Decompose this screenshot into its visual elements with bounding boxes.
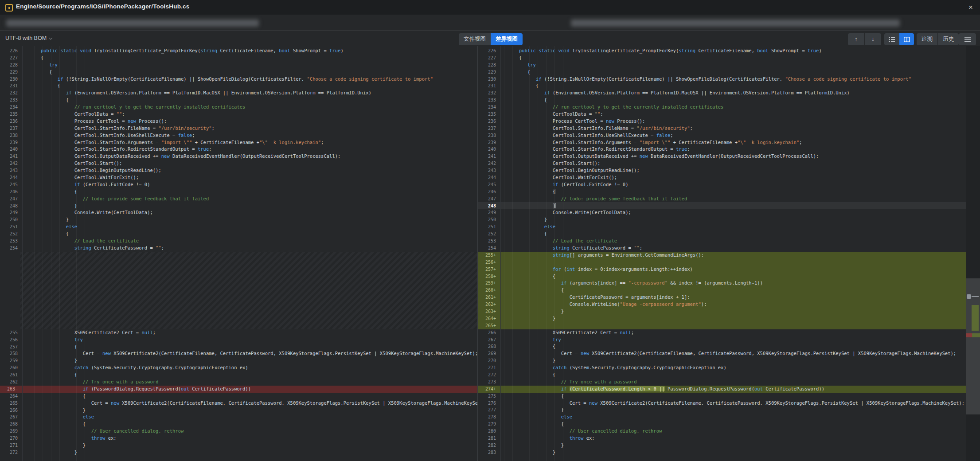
code-line[interactable]: 268 { <box>0 421 477 428</box>
code-line[interactable]: 244 CertTool.WaitForExit(); <box>478 174 966 181</box>
code-line[interactable]: 228 try <box>478 62 966 69</box>
history-button[interactable]: 历史 <box>937 33 959 45</box>
code-line[interactable]: 257 { <box>0 344 477 351</box>
code-line[interactable]: 272 { <box>478 371 966 379</box>
code-line[interactable]: 245 if (CertTool.ExitCode != 0) <box>478 181 966 188</box>
code-line[interactable]: 263− if (PasswordDialog.RequestPassword(… <box>0 386 477 393</box>
code-line[interactable]: 239 CertTool.StartInfo.Arguments = "impo… <box>0 139 477 146</box>
code-line[interactable]: 248 } <box>0 203 477 210</box>
prev-diff-button[interactable]: ↑ <box>848 33 864 45</box>
code-line[interactable]: 253 // Load the certificate <box>0 238 477 245</box>
code-line[interactable]: 276 Cert = new X509Certificate2(Certific… <box>478 400 966 407</box>
code-line[interactable]: 239 CertTool.StartInfo.Arguments = "impo… <box>478 139 966 146</box>
code-line[interactable]: 245 if (CertTool.ExitCode != 0) <box>0 181 477 188</box>
code-line[interactable]: 242 CertTool.Start(); <box>478 160 966 167</box>
code-line[interactable]: 253 // Load the certificate <box>478 238 966 245</box>
code-line[interactable]: 231 { <box>0 82 477 90</box>
code-line[interactable]: 246 { <box>0 188 477 195</box>
code-line[interactable]: 226 public static void TryInstallingCert… <box>478 47 966 55</box>
code-line[interactable]: 250 } <box>0 216 477 223</box>
code-line[interactable]: 249 Console.Write(CertToolData); <box>478 209 966 216</box>
code-line[interactable]: 235 CertToolData = ""; <box>478 111 966 118</box>
code-line[interactable]: 243 CertTool.BeginOutputReadLine(); <box>0 167 477 174</box>
code-line[interactable]: 247 // todo: provide some feedback that … <box>0 195 477 203</box>
code-line[interactable]: 271 } <box>0 442 477 449</box>
blame-button[interactable]: 追溯 <box>917 33 937 45</box>
code-line[interactable]: 281 throw ex; <box>478 435 966 442</box>
code-line[interactable]: 263+ } <box>478 308 966 315</box>
code-line[interactable]: 228 try <box>0 62 477 69</box>
code-line[interactable]: 257+ for (int index = 0;index<arguments.… <box>478 266 966 273</box>
code-line[interactable]: 240 CertTool.StartInfo.RedirectStandardO… <box>0 146 477 153</box>
code-line[interactable]: 261 { <box>0 371 477 379</box>
scrollbar-minimap[interactable] <box>966 46 980 461</box>
code-line[interactable]: 252 { <box>0 230 477 238</box>
next-diff-button[interactable]: ↓ <box>864 33 881 45</box>
code-line[interactable]: 256 try <box>0 336 477 344</box>
code-line[interactable]: 261+ CertificatePassword = arguments[ind… <box>478 294 966 301</box>
code-line[interactable]: 231 { <box>478 82 966 90</box>
code-line[interactable]: 255 X509Certificate2 Cert = null; <box>0 329 477 336</box>
code-line[interactable]: 238 CertTool.StartInfo.UseShellExecute =… <box>0 132 477 139</box>
code-line[interactable]: 234 // run certtool y to get the current… <box>478 104 966 111</box>
code-line[interactable]: 267 else <box>0 414 477 421</box>
code-line[interactable]: 230 if (!String.IsNullOrEmpty(Certificat… <box>0 76 477 83</box>
code-line[interactable]: 282 } <box>478 442 966 449</box>
code-line[interactable]: 229 { <box>0 69 477 76</box>
code-line[interactable]: 269 Cert = new X509Certificate2(Certific… <box>478 350 966 357</box>
code-line[interactable]: 254 string CertificatePassword = ""; <box>478 245 966 252</box>
minimap-handle[interactable] <box>967 294 971 299</box>
unified-view-button[interactable] <box>884 33 899 45</box>
code-line[interactable]: 234 // run certtool y to get the current… <box>0 104 477 111</box>
code-line[interactable]: 242 CertTool.Start(); <box>0 160 477 167</box>
code-line[interactable]: 280 // User cancelled dialog, rethrow <box>478 428 966 435</box>
code-line[interactable]: 259+ if (arguments[index] == "-cerpasswo… <box>478 280 966 287</box>
code-line[interactable]: 255+ string[] arguments = Environment.Ge… <box>478 252 966 259</box>
code-line[interactable]: 275 { <box>478 393 966 400</box>
code-line[interactable]: 251 else <box>478 223 966 230</box>
code-line[interactable]: 249 Console.Write(CertToolData); <box>0 209 477 216</box>
code-line[interactable]: 265+ <box>478 322 966 329</box>
code-line[interactable]: 252 { <box>478 230 966 238</box>
menu-button[interactable] <box>959 33 976 45</box>
code-line[interactable]: 243 CertTool.BeginOutputReadLine(); <box>478 167 966 174</box>
code-line[interactable]: 254 string CertificatePassword = ""; <box>0 245 477 252</box>
split-view-button[interactable] <box>899 33 914 45</box>
code-line[interactable]: 232 if (Environment.OSVersion.Platform =… <box>0 90 477 97</box>
code-line[interactable]: 237 CertTool.StartInfo.FileName = "/usr/… <box>478 125 966 132</box>
code-line[interactable]: 246 { <box>478 188 966 195</box>
scrollbar-thumb[interactable] <box>966 278 980 414</box>
code-line[interactable]: 260+ { <box>478 287 966 294</box>
code-line[interactable]: 262+ Console.WriteLine("Usage -cerpasseo… <box>478 301 966 308</box>
code-line[interactable]: 227 { <box>0 55 477 62</box>
code-line[interactable]: 264+ } <box>478 315 966 322</box>
code-line[interactable]: 241 CertTool.OutputDataReceived += new D… <box>0 153 477 160</box>
code-line[interactable]: 274+ if (CertificatePassword.Length > 0 … <box>478 386 966 393</box>
code-line[interactable]: 270 throw ex; <box>0 435 477 442</box>
code-line[interactable]: 247 // todo: provide some feedback that … <box>478 195 966 203</box>
tab-file-view[interactable]: 文件视图 <box>459 33 491 45</box>
code-line[interactable]: 269 // User cancelled dialog, rethrow <box>0 428 477 435</box>
code-line[interactable]: 251 else <box>0 223 477 230</box>
code-line[interactable]: 250 } <box>478 216 966 223</box>
code-line[interactable]: 258 Cert = new X509Certificate2(Certific… <box>0 350 477 357</box>
right-code-pane[interactable]: 226 public static void TryInstallingCert… <box>478 46 966 461</box>
code-line[interactable]: 273 // Try once with a password <box>478 379 966 386</box>
code-line[interactable]: 230 if (!String.IsNullOrEmpty(Certificat… <box>478 76 966 83</box>
code-line[interactable]: 259 } <box>0 357 477 364</box>
close-icon[interactable]: × <box>965 2 976 13</box>
code-line[interactable]: 283 } <box>478 449 966 456</box>
code-line[interactable]: 264 { <box>0 393 477 400</box>
code-line[interactable]: 258+ { <box>478 273 966 280</box>
code-line[interactable]: 256+ <box>478 259 966 266</box>
code-line[interactable]: 235 CertToolData = ""; <box>0 111 477 118</box>
code-line[interactable]: 260 catch (System.Security.Cryptography.… <box>0 364 477 371</box>
code-line[interactable]: 236 Process CertTool = new Process(); <box>0 118 477 125</box>
code-line[interactable]: 238 CertTool.StartInfo.UseShellExecute =… <box>478 132 966 139</box>
code-line[interactable]: 229 { <box>478 69 966 76</box>
code-line[interactable]: 232 if (Environment.OSVersion.Platform =… <box>478 90 966 97</box>
code-line[interactable]: 240 CertTool.StartInfo.RedirectStandardO… <box>478 146 966 153</box>
code-line[interactable]: 265 Cert = new X509Certificate2(Certific… <box>0 400 477 407</box>
code-line[interactable]: 272 } <box>0 449 477 456</box>
tab-diff-view[interactable]: 差异视图 <box>491 33 523 45</box>
